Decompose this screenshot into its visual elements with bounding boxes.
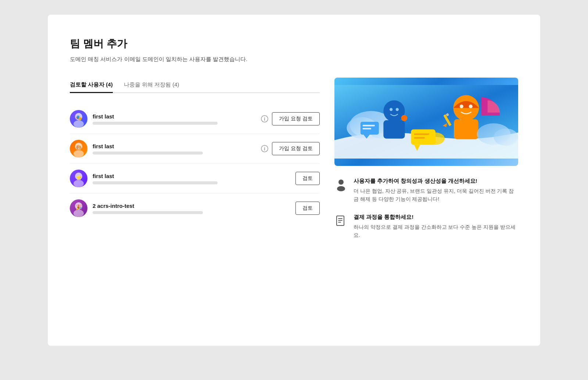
user-row: ⭐ first last검토 — [70, 164, 320, 193]
svg-point-6 — [74, 150, 84, 157]
svg-point-11 — [74, 180, 84, 187]
feature-title: 결제 과정을 통합하세요! — [354, 214, 518, 221]
svg-rect-47 — [338, 220, 343, 221]
svg-rect-48 — [338, 222, 341, 223]
user-row: 🎭 first last i 가입 요청 검토 — [70, 104, 320, 134]
avatar: 🎭 — [70, 110, 87, 128]
avatar: 🎉 — [70, 199, 87, 217]
svg-point-43 — [338, 180, 344, 185]
main-card: 팀 멤버 추가 도메인 매칭 서비스가 이메일 도메인이 일치하는 사용자를 발… — [48, 15, 540, 346]
info-icon[interactable]: i — [261, 145, 268, 152]
page-subtitle: 도메인 매칭 서비스가 이메일 도메인이 일치하는 사용자를 발견했습니다. — [70, 56, 518, 63]
feature-desc: 하나의 약정으로 결제 과정을 간소화하고 보다 수준 높은 지원을 받으세요. — [354, 223, 518, 239]
user-row: 🎉 2 acrs-intro-test검토 — [70, 193, 320, 223]
user-name: first last — [93, 173, 290, 179]
feature-text: 결제 과정을 통합하세요!하나의 약정으로 결제 과정을 간소화하고 보다 수준… — [354, 214, 518, 239]
join-review-button[interactable]: 가입 요청 검토 — [272, 142, 320, 155]
user-info: first last — [93, 113, 256, 125]
svg-rect-21 — [383, 120, 405, 139]
svg-point-22 — [390, 108, 392, 111]
svg-point-14 — [74, 210, 84, 217]
feature-item: 결제 과정을 통합하세요!하나의 약정으로 결제 과정을 간소화하고 보다 수준… — [334, 214, 518, 239]
svg-text:i: i — [264, 146, 265, 152]
right-panel: 사용자를 추가하여 창의성과 생산성을 개선하세요!더 나은 협업, 자산 공유… — [334, 78, 518, 324]
svg-text:🎭: 🎭 — [76, 115, 82, 121]
svg-point-35 — [460, 104, 463, 108]
feature-text: 사용자를 추가하여 창의성과 생산성을 개선하세요!더 나은 협업, 자산 공유… — [354, 178, 518, 203]
content-area: 검토할 사용자 (4) 나중을 위해 저장됨 (4) 🎭 first last … — [70, 78, 518, 324]
user-name: first last — [93, 143, 256, 149]
svg-point-24 — [401, 115, 408, 121]
svg-point-44 — [337, 186, 345, 191]
avatar: 🎨 — [70, 140, 87, 157]
features-list: 사용자를 추가하여 창의성과 생산성을 개선하세요!더 나은 협업, 자산 공유… — [334, 178, 518, 239]
user-bar — [93, 181, 218, 184]
user-actions: i 가입 요청 검토 — [261, 112, 320, 125]
person-icon — [334, 178, 348, 192]
review-button[interactable]: 검토 — [295, 172, 320, 185]
document-icon — [334, 214, 348, 228]
svg-point-1 — [74, 120, 84, 128]
user-actions: i 가입 요청 검토 — [261, 142, 320, 155]
left-panel: 검토할 사용자 (4) 나중을 위해 저장됨 (4) 🎭 first last … — [70, 78, 320, 324]
svg-rect-34 — [454, 119, 478, 139]
avatar: ⭐ — [70, 170, 87, 187]
feature-title: 사용자를 추가하여 창의성과 생산성을 개선하세요! — [354, 178, 518, 185]
svg-point-36 — [469, 104, 473, 108]
svg-rect-30 — [363, 125, 375, 126]
feature-desc: 더 나은 협업, 자산 공유, 브랜드 일관성 유지, 더욱 길어진 버전 기록… — [354, 187, 518, 203]
review-button[interactable]: 검토 — [295, 202, 320, 215]
user-list: 🎭 first last i 가입 요청 검토 🎨 first last i 가… — [70, 104, 320, 223]
user-row: 🎨 first last i 가입 요청 검토 — [70, 134, 320, 164]
join-review-button[interactable]: 가입 요청 검토 — [272, 112, 320, 125]
svg-text:🎉: 🎉 — [76, 204, 82, 210]
feature-item: 사용자를 추가하여 창의성과 생산성을 개선하세요!더 나은 협업, 자산 공유… — [334, 178, 518, 203]
user-name: first last — [93, 113, 256, 120]
info-icon[interactable]: i — [261, 115, 268, 122]
svg-rect-28 — [414, 137, 425, 139]
user-bar — [93, 211, 203, 214]
user-info: 2 acrs-intro-test — [93, 203, 290, 214]
page-title: 팀 멤버 추가 — [70, 37, 518, 51]
svg-text:i: i — [264, 117, 265, 122]
tab-bar: 검토할 사용자 (4) 나중을 위해 저장됨 (4) — [70, 78, 320, 93]
svg-rect-31 — [363, 128, 371, 129]
svg-point-40 — [426, 132, 445, 145]
svg-point-42 — [494, 128, 518, 146]
tab-review[interactable]: 검토할 사용자 (4) — [70, 78, 113, 93]
tab-saved[interactable]: 나중을 위해 저장됨 (4) — [124, 78, 179, 93]
user-actions: 검토 — [295, 202, 320, 215]
user-info: first last — [93, 143, 256, 155]
svg-text:⭐: ⭐ — [76, 174, 82, 181]
user-info: first last — [93, 173, 290, 184]
svg-rect-27 — [414, 134, 430, 135]
svg-text:🎨: 🎨 — [76, 145, 82, 151]
svg-rect-46 — [338, 218, 343, 219]
user-bar — [93, 122, 218, 125]
user-actions: 검토 — [295, 172, 320, 185]
user-name: 2 acrs-intro-test — [93, 203, 290, 209]
svg-point-23 — [396, 108, 399, 111]
user-bar — [93, 152, 203, 155]
illustration — [334, 78, 518, 166]
